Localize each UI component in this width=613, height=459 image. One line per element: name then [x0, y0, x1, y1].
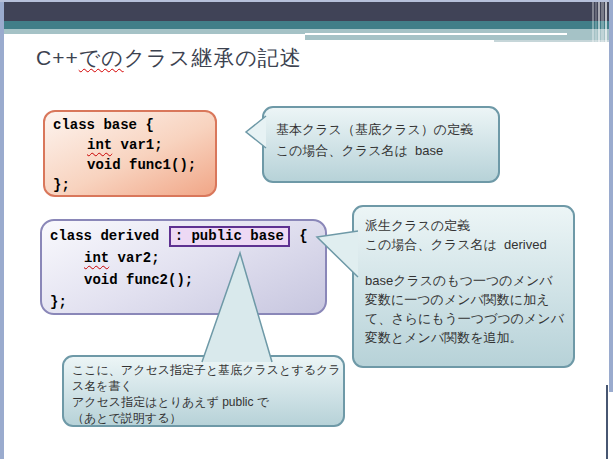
code-text: class base {	[53, 117, 154, 133]
header-vertical-stripe	[598, 0, 600, 47]
window-frame-right-dark-line	[606, 385, 608, 459]
header-vertical-stripe	[605, 0, 607, 47]
callout-text: 派生クラスの定義	[365, 216, 573, 235]
callout-text: 基本クラス（基底クラス）の定義	[276, 119, 498, 140]
header-white-accent-line	[305, 33, 567, 35]
header-teal-band	[4, 21, 609, 29]
header-vertical-stripe	[592, 0, 594, 47]
callout-derived-definition[interactable]: 派生クラスの定義 この場合、クラス名は derived baseクラスのもつ一つ…	[352, 205, 575, 368]
callout-access-specifier-note[interactable]: ここに、アクセス指定子と基底クラスとするクラ ス名を書く アクセス指定はとりあえ…	[62, 355, 345, 427]
callout-text: ここに、アクセス指定子と基底クラスとするクラ	[72, 362, 343, 378]
callout-base-definition[interactable]: 基本クラス（基底クラス）の定義 この場合、クラス名は base	[262, 106, 500, 183]
code-text: void func2();	[84, 272, 193, 288]
code-keyword-misspelled: int	[84, 250, 109, 266]
code-keyword-misspelled: int	[87, 137, 112, 153]
title-text: C++	[36, 46, 79, 69]
code-text: {	[291, 228, 308, 244]
window-frame-left	[0, 0, 4, 459]
page-title: C++でのクラス継承の記述	[36, 44, 302, 72]
title-misspelled-text: での	[79, 46, 124, 69]
header-vertical-stripe	[595, 0, 597, 47]
code-line: };	[50, 291, 325, 313]
code-line: int var2;	[50, 247, 325, 269]
callout-text: この場合、クラス名は base	[276, 140, 498, 161]
code-text: };	[53, 177, 70, 193]
callout-text: 変数とメンバ関数を追加。	[365, 328, 573, 347]
callout-text: ス名を書く	[72, 378, 343, 394]
window-frame-top	[0, 0, 613, 2]
window-frame-right	[609, 0, 613, 392]
callout-text: て、さらにもう一つづつのメンバ	[365, 309, 573, 328]
derived-class-code-box[interactable]: class derived : public base { int var2; …	[40, 219, 327, 315]
title-text: クラス継承の記述	[124, 46, 302, 69]
code-line: void func2();	[50, 269, 325, 291]
code-line: };	[53, 175, 215, 195]
code-line: int var1;	[53, 135, 215, 155]
inheritance-highlight-box[interactable]: : public base	[169, 226, 290, 247]
callout-text: この場合、クラス名は derived	[365, 235, 573, 254]
code-line: class derived : public base {	[50, 225, 325, 247]
code-text: void func1();	[87, 157, 196, 173]
callout-text: （あとで説明する）	[72, 410, 343, 426]
callout-text: アクセス指定はとりあえず public で	[72, 394, 343, 410]
callout-text: 変数に一つのメンバ関数に加え	[365, 290, 573, 309]
header-navy-bar	[4, 2, 609, 21]
code-text: var2;	[109, 250, 159, 266]
slide-canvas: C++でのクラス継承の記述 class base { int var1; voi…	[0, 0, 613, 459]
code-text: var1;	[112, 137, 162, 153]
code-text: };	[50, 294, 67, 310]
callout-text: baseクラスのもつ一つのメンバ	[365, 271, 573, 290]
base-class-code-box[interactable]: class base { int var1; void func1(); };	[43, 110, 217, 197]
code-text: class derived	[50, 228, 168, 244]
code-line: void func1();	[53, 155, 215, 175]
code-line: class base {	[53, 115, 215, 135]
header-vertical-stripe	[601, 0, 604, 47]
